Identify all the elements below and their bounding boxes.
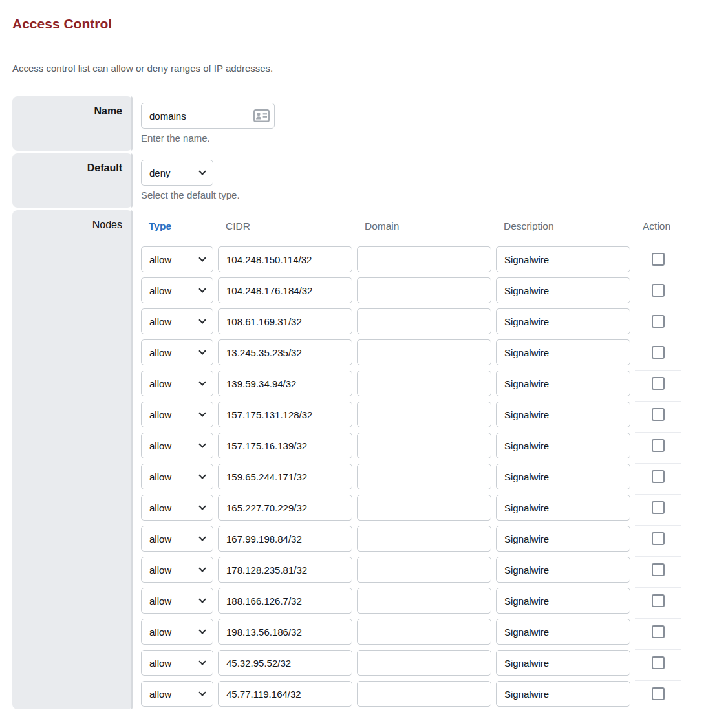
node-type-select[interactable]: allow [141, 308, 213, 334]
node-description-input[interactable] [496, 402, 630, 427]
node-delete-checkbox[interactable] [652, 594, 665, 607]
node-action-cell [635, 371, 681, 402]
node-type-select[interactable]: allow [141, 557, 213, 583]
node-delete-checkbox[interactable] [652, 625, 665, 638]
node-action-cell [635, 277, 681, 308]
node-type-select[interactable]: allow [141, 681, 213, 707]
node-description-input[interactable] [496, 433, 630, 458]
node-domain-input[interactable] [357, 308, 491, 334]
node-domain-input[interactable] [357, 619, 491, 645]
node-type-select[interactable]: allow [141, 495, 213, 521]
node-cidr-input[interactable] [218, 246, 352, 272]
node-type-select[interactable]: allow [141, 339, 213, 365]
node-action-cell [635, 526, 681, 557]
page-description: Access control list can allow or deny ra… [12, 63, 728, 74]
node-description-input[interactable] [496, 464, 630, 489]
node-description-input[interactable] [496, 650, 630, 676]
node-domain-input[interactable] [357, 433, 491, 458]
node-cidr-input[interactable] [218, 464, 352, 489]
node-row: allow [141, 433, 681, 464]
node-delete-checkbox[interactable] [652, 377, 665, 390]
node-delete-checkbox[interactable] [652, 346, 665, 359]
node-action-cell [635, 650, 681, 681]
node-delete-checkbox[interactable] [652, 656, 665, 669]
name-label: Name [12, 96, 133, 151]
node-cidr-input[interactable] [218, 339, 352, 365]
node-action-cell [635, 557, 681, 588]
node-delete-checkbox[interactable] [652, 563, 665, 576]
node-domain-input[interactable] [357, 495, 491, 521]
node-type-select[interactable]: allow [141, 433, 213, 458]
node-type-select[interactable]: allow [141, 371, 213, 396]
node-description-input[interactable] [496, 339, 630, 365]
node-delete-checkbox[interactable] [652, 532, 665, 545]
node-action-cell [635, 619, 681, 650]
node-cidr-input[interactable] [218, 681, 352, 707]
node-delete-checkbox[interactable] [652, 470, 665, 483]
node-domain-input[interactable] [357, 246, 491, 272]
node-domain-input[interactable] [357, 681, 491, 707]
node-delete-checkbox[interactable] [652, 315, 665, 328]
node-cidr-input[interactable] [218, 526, 352, 552]
default-select[interactable]: deny [141, 160, 213, 186]
node-cidr-input[interactable] [218, 650, 352, 676]
node-action-cell [635, 495, 681, 526]
node-description-input[interactable] [496, 526, 630, 552]
form-row-name: Name Enter the name. [12, 96, 728, 153]
node-cidr-input[interactable] [218, 495, 352, 521]
node-description-input[interactable] [496, 246, 630, 272]
node-description-input[interactable] [496, 619, 630, 645]
node-domain-input[interactable] [357, 339, 491, 365]
node-delete-checkbox[interactable] [652, 501, 665, 514]
node-cidr-input[interactable] [218, 588, 352, 614]
node-delete-checkbox[interactable] [652, 408, 665, 421]
node-domain-input[interactable] [357, 402, 491, 427]
node-action-cell [635, 246, 681, 277]
node-row: allow [141, 495, 681, 526]
node-type-select[interactable]: allow [141, 588, 213, 614]
node-domain-input[interactable] [357, 526, 491, 552]
node-description-input[interactable] [496, 681, 630, 707]
node-row: allow [141, 371, 681, 402]
access-control-page: Access Control Access control list can a… [0, 0, 728, 710]
node-cidr-input[interactable] [218, 371, 352, 396]
node-action-cell [635, 339, 681, 371]
node-cidr-input[interactable] [218, 557, 352, 583]
node-cidr-input[interactable] [218, 433, 352, 458]
node-type-select[interactable]: allow [141, 650, 213, 676]
node-domain-input[interactable] [357, 464, 491, 489]
node-domain-input[interactable] [357, 371, 491, 396]
node-domain-input[interactable] [357, 277, 491, 303]
node-row: allow [141, 339, 681, 371]
node-type-select[interactable]: allow [141, 246, 213, 272]
node-type-select[interactable]: allow [141, 464, 213, 489]
node-row: allow [141, 277, 681, 308]
node-description-input[interactable] [496, 495, 630, 521]
node-delete-checkbox[interactable] [652, 439, 665, 452]
name-content: Enter the name. [141, 96, 728, 153]
node-type-select[interactable]: allow [141, 619, 213, 645]
node-description-input[interactable] [496, 308, 630, 334]
node-delete-checkbox[interactable] [652, 284, 665, 297]
node-domain-input[interactable] [357, 588, 491, 614]
node-description-input[interactable] [496, 588, 630, 614]
node-delete-checkbox[interactable] [652, 687, 665, 700]
node-type-select[interactable]: allow [141, 526, 213, 552]
name-input[interactable] [141, 103, 275, 129]
node-cidr-input[interactable] [218, 308, 352, 334]
node-cidr-input[interactable] [218, 402, 352, 427]
node-action-cell [635, 308, 681, 339]
column-header-type[interactable]: Type [141, 219, 218, 242]
node-cidr-input[interactable] [218, 619, 352, 645]
node-row: allow [141, 619, 681, 650]
node-description-input[interactable] [496, 277, 630, 303]
node-description-input[interactable] [496, 371, 630, 396]
node-cidr-input[interactable] [218, 277, 352, 303]
node-description-input[interactable] [496, 557, 630, 583]
node-domain-input[interactable] [357, 557, 491, 583]
default-label: Default [12, 153, 133, 208]
node-delete-checkbox[interactable] [652, 253, 665, 266]
node-type-select[interactable]: allow [141, 277, 213, 303]
node-type-select[interactable]: allow [141, 402, 213, 427]
node-domain-input[interactable] [357, 650, 491, 676]
